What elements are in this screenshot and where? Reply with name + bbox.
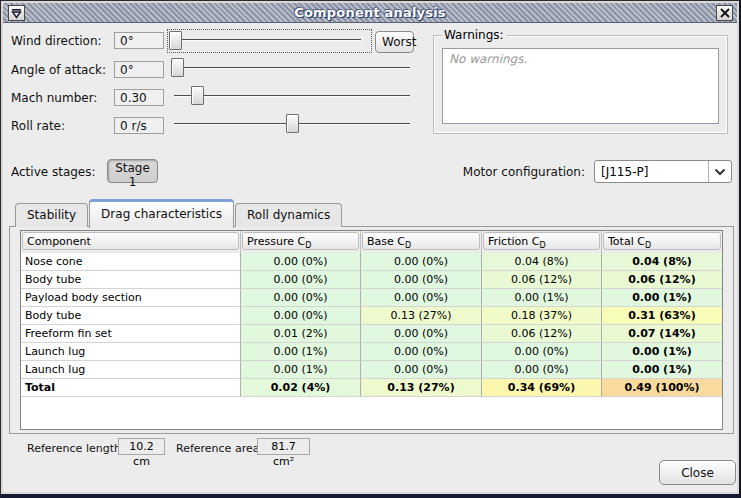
value-cell[interactable]: 0.13 (27%) [361,307,482,325]
wind-direction-field[interactable] [114,32,164,49]
roll-rate-field[interactable] [114,117,164,134]
value-cell[interactable]: 0.00 (0%) [361,289,482,307]
reference-length-label: Reference length: [27,442,125,455]
value-cell[interactable]: 0.00 (1%) [602,361,722,379]
window-menu-icon [11,8,22,19]
tab-drag-characteristics[interactable]: Drag characteristics [89,199,234,228]
window-title: Component analysis [3,5,737,20]
value-cell[interactable]: 0.07 (14%) [602,325,722,343]
table-row[interactable]: Total0.02 (4%)0.13 (27%)0.34 (69%)0.49 (… [21,379,722,397]
stage-1-toggle-button[interactable]: Stage 1 [107,159,158,183]
no-warnings-text: No warnings. [449,52,527,66]
component-cell[interactable]: Launch lug [21,361,241,379]
reference-area-label: Reference area: [176,442,263,455]
reference-area-value: 81.7 cm² [257,438,310,455]
table-row[interactable]: Payload body section0.00 (0%)0.00 (0%)0.… [21,289,722,307]
column-header-pressure-cd[interactable]: Pressure CD [242,232,359,250]
value-cell[interactable]: 0.00 (1%) [602,343,722,361]
tab-stability[interactable]: Stability [15,203,88,227]
table-row[interactable]: Body tube0.00 (0%)0.13 (27%)0.18 (37%)0.… [21,307,722,325]
value-cell[interactable]: 0.06 (12%) [482,271,602,289]
value-cell[interactable]: 0.01 (2%) [241,325,361,343]
value-cell[interactable]: 0.04 (8%) [482,253,602,271]
worst-button[interactable]: Worst [375,31,414,53]
analysis-tabs: Stability Drag characteristics Roll dyna… [15,198,343,227]
value-cell[interactable]: 0.00 (0%) [361,271,482,289]
column-header-base-cd[interactable]: Base CD [362,232,480,250]
value-cell[interactable]: 0.06 (12%) [482,325,602,343]
value-cell[interactable]: 0.00 (0%) [482,343,602,361]
window-close-button[interactable] [716,5,733,21]
mach-number-slider-track[interactable] [174,95,410,97]
value-cell[interactable]: 0.00 (1%) [602,289,722,307]
table-row[interactable]: Launch lug0.00 (1%)0.00 (0%)0.00 (0%)0.0… [21,361,722,379]
chevron-down-icon [708,161,731,182]
column-header-component[interactable]: Component [22,232,239,250]
drag-table-body: Nose cone0.00 (0%)0.00 (0%)0.04 (8%)0.04… [21,253,722,397]
angle-of-attack-slider-track[interactable] [174,67,410,69]
roll-rate-label: Roll rate: [11,119,65,133]
window-menu-button[interactable] [8,5,25,21]
angle-of-attack-field[interactable] [114,61,164,78]
column-header-total-cd[interactable]: Total CD [603,232,721,250]
table-row[interactable]: Body tube0.00 (0%)0.00 (0%)0.06 (12%)0.0… [21,271,722,289]
drag-characteristics-panel: Component Pressure CD Base CD Friction C… [9,226,734,434]
wind-direction-slider-track[interactable] [173,39,361,41]
mach-number-field[interactable] [114,89,164,106]
component-cell[interactable]: Body tube [21,271,241,289]
mach-number-slider-thumb[interactable] [191,86,204,105]
component-analysis-dialog: Component analysis Wind direction: Worst… [0,0,741,498]
value-cell[interactable]: 0.00 (0%) [241,271,361,289]
value-cell[interactable]: 0.34 (69%) [482,379,602,397]
value-cell[interactable]: 0.31 (63%) [602,307,722,325]
value-cell[interactable]: 0.13 (27%) [361,379,482,397]
warnings-list: No warnings. [442,48,719,124]
value-cell[interactable]: 0.00 (0%) [361,325,482,343]
mach-number-label: Mach number: [11,91,97,105]
component-cell[interactable]: Nose cone [21,253,241,271]
table-row[interactable]: Launch lug0.00 (1%)0.00 (0%)0.00 (0%)0.0… [21,343,722,361]
tab-roll-dynamics[interactable]: Roll dynamics [235,203,342,227]
motor-configuration-label: Motor configuration: [463,165,585,179]
title-bar: Component analysis [3,3,737,23]
roll-rate-slider-thumb[interactable] [286,114,299,133]
active-stages-label: Active stages: [11,165,96,179]
value-cell[interactable]: 0.18 (37%) [482,307,602,325]
table-row[interactable]: Nose cone0.00 (0%)0.00 (0%)0.04 (8%)0.04… [21,253,722,271]
close-button[interactable]: Close [659,460,736,485]
warnings-title: Warnings: [441,28,507,42]
angle-of-attack-slider-thumb[interactable] [171,58,184,77]
value-cell[interactable]: 0.04 (8%) [602,253,722,271]
component-cell[interactable]: Launch lug [21,343,241,361]
motor-configuration-select[interactable]: [J115-P] [594,160,732,183]
value-cell[interactable]: 0.49 (100%) [602,379,722,397]
value-cell[interactable]: 0.00 (1%) [241,361,361,379]
motor-configuration-value: [J115-P] [595,165,708,179]
component-cell[interactable]: Total [21,379,241,397]
wind-direction-label: Wind direction: [11,34,102,48]
value-cell[interactable]: 0.00 (0%) [241,253,361,271]
drag-table: Component Pressure CD Base CD Friction C… [20,230,723,430]
component-cell[interactable]: Payload body section [21,289,241,307]
component-cell[interactable]: Freeform fin set [21,325,241,343]
drag-table-header: Component Pressure CD Base CD Friction C… [21,231,722,253]
value-cell[interactable]: 0.00 (0%) [482,361,602,379]
value-cell[interactable]: 0.00 (0%) [361,343,482,361]
value-cell[interactable]: 0.00 (0%) [361,253,482,271]
reference-length-value: 10.2 cm [118,438,165,455]
warnings-group: Warnings: No warnings. [433,35,728,134]
table-row[interactable]: Freeform fin set0.01 (2%)0.00 (0%)0.06 (… [21,325,722,343]
value-cell[interactable]: 0.00 (1%) [241,343,361,361]
close-icon [720,8,730,18]
value-cell[interactable]: 0.02 (4%) [241,379,361,397]
wind-direction-slider[interactable] [167,29,372,53]
value-cell[interactable]: 0.00 (0%) [361,361,482,379]
value-cell[interactable]: 0.00 (0%) [241,289,361,307]
component-cell[interactable]: Body tube [21,307,241,325]
angle-of-attack-label: Angle of attack: [11,63,106,77]
value-cell[interactable]: 0.00 (0%) [241,307,361,325]
column-header-friction-cd[interactable]: Friction CD [483,232,600,250]
value-cell[interactable]: 0.06 (12%) [602,271,722,289]
wind-direction-slider-thumb[interactable] [169,31,182,50]
value-cell[interactable]: 0.00 (1%) [482,289,602,307]
